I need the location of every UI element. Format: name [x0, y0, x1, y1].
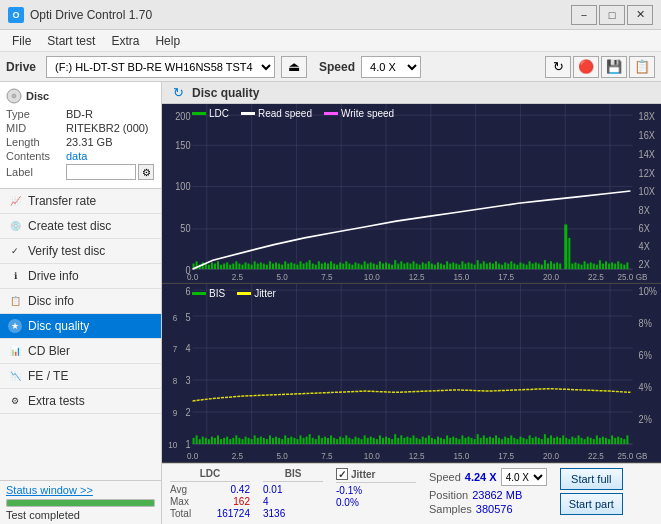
- drive-info-icon: ℹ: [8, 269, 22, 283]
- svg-text:0.0: 0.0: [187, 450, 198, 461]
- svg-rect-108: [391, 265, 393, 269]
- sidebar: Disc Type BD-R MID RITEKBR2 (000) Length…: [0, 82, 162, 524]
- svg-text:10.0: 10.0: [364, 272, 380, 282]
- svg-text:25.0 GB: 25.0 GB: [618, 450, 648, 461]
- svg-rect-113: [406, 262, 408, 269]
- jitter-checkbox-row: ✓ Jitter: [336, 468, 416, 480]
- svg-rect-268: [312, 437, 314, 443]
- svg-rect-131: [461, 261, 463, 269]
- disc-label-input[interactable]: [66, 164, 136, 180]
- svg-text:6: 6: [173, 312, 178, 323]
- svg-text:17.5: 17.5: [498, 450, 514, 461]
- chart1-container: LDC Read speed Write speed: [162, 104, 661, 284]
- svg-rect-345: [547, 437, 549, 443]
- svg-rect-349: [559, 437, 561, 443]
- sidebar-item-fe-te[interactable]: 📉 FE / TE: [0, 364, 161, 389]
- svg-rect-358: [587, 436, 589, 443]
- red-icon-btn[interactable]: 🔴: [573, 56, 599, 78]
- svg-text:12.5: 12.5: [409, 450, 425, 461]
- svg-rect-293: [388, 437, 390, 443]
- svg-rect-266: [306, 436, 308, 443]
- chart2-svg: 1 2 3 4 5 6 10 9 8 7 6 10% 8% 6%: [162, 284, 661, 463]
- svg-rect-232: [202, 436, 204, 443]
- maximize-button[interactable]: □: [599, 5, 625, 25]
- speed-select-small[interactable]: 4.0 X 2.0 X: [501, 468, 547, 486]
- svg-text:1: 1: [185, 437, 190, 449]
- jitter-checkbox[interactable]: ✓: [336, 468, 348, 480]
- svg-rect-50: [214, 264, 216, 270]
- copy-icon-btn[interactable]: 📋: [629, 56, 655, 78]
- menu-extra[interactable]: Extra: [103, 30, 147, 51]
- drive-info-label: Drive info: [28, 269, 79, 283]
- svg-rect-129: [455, 264, 457, 270]
- start-full-button[interactable]: Start full: [560, 468, 623, 490]
- svg-rect-263: [296, 439, 298, 444]
- svg-rect-255: [272, 437, 274, 443]
- sidebar-item-transfer-rate[interactable]: 📈 Transfer rate: [0, 189, 161, 214]
- svg-rect-309: [437, 436, 439, 443]
- progress-bar-fill: [7, 500, 154, 506]
- svg-rect-104: [379, 261, 381, 269]
- svg-rect-180: [614, 264, 616, 270]
- svg-rect-103: [376, 265, 378, 269]
- sidebar-item-verify-test-disc[interactable]: ✓ Verify test disc: [0, 239, 161, 264]
- svg-rect-121: [431, 264, 433, 270]
- svg-rect-53: [223, 264, 225, 270]
- ldc-total-row: Total 161724: [170, 508, 250, 519]
- svg-rect-298: [403, 437, 405, 443]
- svg-rect-287: [370, 436, 372, 443]
- status-window-btn[interactable]: Status window >>: [6, 484, 93, 496]
- eject-button[interactable]: ⏏: [281, 56, 307, 78]
- menu-file[interactable]: File: [4, 30, 39, 51]
- svg-rect-230: [196, 435, 198, 444]
- svg-rect-248: [251, 439, 253, 444]
- svg-text:12X: 12X: [639, 167, 656, 178]
- svg-rect-312: [446, 435, 448, 444]
- svg-rect-64: [257, 264, 259, 270]
- fe-te-label: FE / TE: [28, 369, 68, 383]
- menu-start-test[interactable]: Start test: [39, 30, 103, 51]
- sidebar-item-create-test-disc[interactable]: 💿 Create test disc: [0, 214, 161, 239]
- legend-jitter: Jitter: [237, 288, 276, 299]
- sidebar-item-extra-tests[interactable]: ⚙ Extra tests: [0, 389, 161, 414]
- svg-rect-241: [229, 439, 231, 444]
- svg-rect-332: [507, 437, 509, 443]
- svg-rect-157: [535, 262, 537, 269]
- speed-label: Speed: [319, 60, 355, 74]
- svg-rect-54: [226, 262, 228, 269]
- app-title: Opti Drive Control 1.70: [30, 8, 152, 22]
- svg-rect-367: [614, 437, 616, 443]
- svg-rect-85: [321, 264, 323, 270]
- svg-rect-56: [232, 264, 234, 270]
- minimize-button[interactable]: −: [571, 5, 597, 25]
- sidebar-item-disc-info[interactable]: 📋 Disc info: [0, 289, 161, 314]
- sidebar-item-cd-bler[interactable]: 📊 CD Bler: [0, 339, 161, 364]
- content-header: ↻ Disc quality: [162, 82, 661, 104]
- content-refresh-icon[interactable]: ↻: [170, 85, 186, 101]
- svg-rect-292: [385, 436, 387, 443]
- disc-svg-icon: [6, 88, 22, 104]
- disc-label-btn[interactable]: ⚙: [138, 164, 154, 180]
- svg-rect-141: [492, 264, 494, 270]
- start-part-button[interactable]: Start part: [560, 493, 623, 515]
- drive-select[interactable]: (F:) HL-DT-ST BD-RE WH16NS58 TST4: [46, 56, 275, 78]
- legend-bis: BIS: [192, 288, 225, 299]
- menu-help[interactable]: Help: [147, 30, 188, 51]
- speed-select[interactable]: 4.0 X 2.0 X 1.0 X: [361, 56, 421, 78]
- svg-rect-158: [538, 264, 540, 270]
- refresh-icon-btn[interactable]: ↻: [545, 56, 571, 78]
- svg-rect-340: [532, 437, 534, 443]
- jitter-avg-row: -0.1%: [336, 485, 416, 496]
- svg-rect-94: [348, 264, 350, 270]
- disc-contents-row: Contents data: [6, 150, 155, 162]
- svg-rect-281: [351, 439, 353, 444]
- close-button[interactable]: ✕: [627, 5, 653, 25]
- menu-bar: File Start test Extra Help: [0, 30, 661, 52]
- disc-contents-val[interactable]: data: [66, 150, 87, 162]
- save-icon-btn[interactable]: 💾: [601, 56, 627, 78]
- jitter-avg-val: -0.1%: [336, 485, 362, 496]
- speed-label: Speed: [429, 471, 461, 483]
- sidebar-item-drive-info[interactable]: ℹ Drive info: [0, 264, 161, 289]
- sidebar-item-disc-quality[interactable]: ★ Disc quality: [0, 314, 161, 339]
- svg-rect-355: [577, 435, 579, 444]
